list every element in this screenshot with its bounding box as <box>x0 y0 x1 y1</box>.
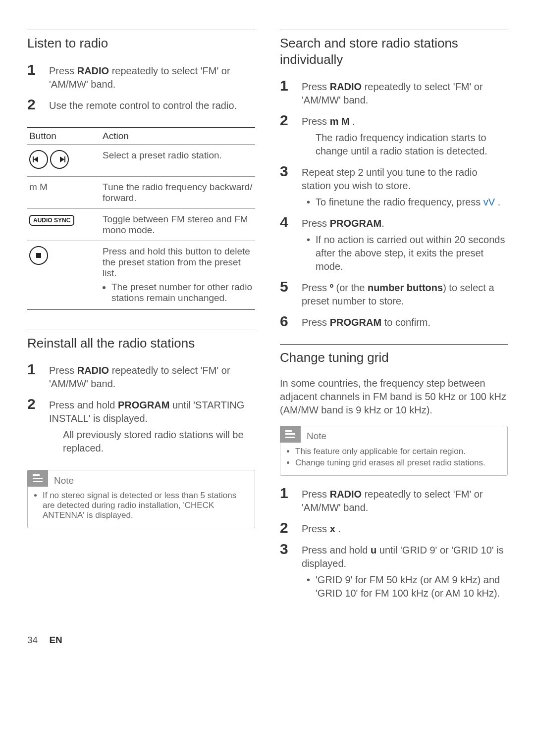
label-program: PROGRAM <box>330 317 381 328</box>
step-body: Press RADIO repeatedly to select 'FM' or… <box>49 362 255 391</box>
note-body: If no stereo signal is detected or less … <box>28 489 255 528</box>
note-header: Note <box>280 426 507 445</box>
section-rule <box>280 344 508 345</box>
steps-listen: 1 Press RADIO repeatedly to select 'FM' … <box>27 62 255 112</box>
step-number: 1 <box>27 362 49 391</box>
text: Press <box>302 317 330 328</box>
button-cell: m M <box>27 176 101 208</box>
stop-square-icon <box>36 253 41 258</box>
step: 2 Press m M . The radio frequency indica… <box>280 113 508 158</box>
page-footer: 34 EN <box>0 635 535 665</box>
label-x: x <box>330 523 335 534</box>
step-body: Press PROGRAM. • If no action is carried… <box>302 215 508 273</box>
note-icon <box>27 470 48 487</box>
bullet-text: If no action is carried out within 20 se… <box>316 233 508 273</box>
step-number: 6 <box>280 314 302 329</box>
text: . <box>495 197 500 207</box>
step-number: 1 <box>27 62 49 91</box>
bullet-text: To finetune the radio frequency, press v… <box>316 196 508 209</box>
text: Press <box>302 218 330 229</box>
step: 2 Use the remote control to control the … <box>27 97 255 112</box>
step-sub: The radio frequency indication starts to… <box>316 131 508 158</box>
right-column: Search and store radio stations individu… <box>280 30 508 615</box>
previous-track-icon <box>29 150 48 169</box>
section-rule <box>27 30 255 30</box>
table-row: m M Tune the radio frequency backward/ f… <box>27 176 255 208</box>
step-number: 5 <box>280 279 302 308</box>
note-title: Note <box>307 431 326 442</box>
text: Press and hold this button to delete the… <box>103 246 250 278</box>
prev-next-icons <box>29 150 69 169</box>
text: Press and hold <box>49 400 118 410</box>
text: To finetune the radio frequency, press <box>316 197 483 207</box>
label-number-buttons: number buttons <box>368 282 443 293</box>
action-cell: Toggle between FM stereo and FM mono mod… <box>101 208 255 241</box>
page-content: Listen to radio 1 Press RADIO repeatedly… <box>0 0 535 635</box>
table-row: AUDIO SYNC Toggle between FM stereo and … <box>27 208 255 241</box>
stop-button-icon <box>29 246 48 265</box>
button-cell: AUDIO SYNC <box>27 208 101 241</box>
label-radio: RADIO <box>77 65 109 76</box>
intro-text: In some countries, the frequency step be… <box>280 377 508 417</box>
bullet-dot: • <box>307 573 316 600</box>
steps-search: 1 Press RADIO repeatedly to select 'FM' … <box>280 78 508 329</box>
step-body: Press m M . The radio frequency indicati… <box>302 113 508 158</box>
step-body: Press RADIO repeatedly to select 'FM' or… <box>302 78 508 107</box>
label-program: PROGRAM <box>118 400 169 410</box>
step: 1 Press RADIO repeatedly to select 'FM' … <box>27 62 255 91</box>
button-cell <box>27 145 101 176</box>
note-box: Note This feature only applicable for ce… <box>280 426 508 476</box>
note-body: This feature only applicable for certain… <box>280 445 507 475</box>
step-body: Press RADIO repeatedly to select 'FM' or… <box>49 62 255 91</box>
list-item: The preset number for other radio statio… <box>111 282 253 303</box>
label-radio: RADIO <box>330 489 362 500</box>
step-body: Press º (or the number buttons) to selec… <box>302 279 508 308</box>
label-u: u <box>371 545 376 555</box>
action-cell: Press and hold this button to delete the… <box>101 241 255 309</box>
table-row: Select a preset radio station. <box>27 145 255 176</box>
step-number: 4 <box>280 215 302 273</box>
label-radio: RADIO <box>77 365 109 376</box>
step-body: Press and hold PROGRAM until 'STARTING I… <box>49 397 255 455</box>
note-icon <box>280 426 301 443</box>
step: 5 Press º (or the number buttons) to sel… <box>280 279 508 308</box>
language-code: EN <box>49 635 62 645</box>
inner-bullet-list: The preset number for other radio statio… <box>103 282 253 303</box>
step-body: Use the remote control to control the ra… <box>49 97 255 112</box>
note-item: Change tuning grid erases all preset rad… <box>295 458 500 468</box>
section-title-listen: Listen to radio <box>27 35 255 51</box>
button-action-table: Button Action Select a preset radio stat… <box>27 127 255 310</box>
button-cell <box>27 241 101 309</box>
section-title-reinstall: Reinstall all the radio stations <box>27 335 255 352</box>
link-vv: vV <box>483 197 495 207</box>
step-number: 1 <box>280 486 302 514</box>
step-number: 2 <box>27 97 49 112</box>
step-number: 2 <box>27 397 49 455</box>
step-body: Press x . <box>302 520 508 536</box>
note-header: Note <box>28 470 255 489</box>
section-rule <box>27 330 255 330</box>
step: 1 Press RADIO repeatedly to select 'FM' … <box>27 362 255 391</box>
text: Press <box>302 116 330 127</box>
label-program: PROGRAM <box>330 218 381 229</box>
bullet-dot: • <box>307 233 316 273</box>
page-number: 34 <box>27 635 38 646</box>
section-rule <box>280 30 508 30</box>
step: 1 Press RADIO repeatedly to select 'FM' … <box>280 78 508 107</box>
next-track-icon <box>50 150 69 169</box>
table-header-action: Action <box>101 127 255 145</box>
step-number: 2 <box>280 113 302 158</box>
step: 3 Press and hold u until 'GRID 9' or 'GR… <box>280 542 508 600</box>
label-radio: RADIO <box>330 81 362 92</box>
step-number: 2 <box>280 520 302 536</box>
text: Press <box>302 81 330 92</box>
left-column: Listen to radio 1 Press RADIO repeatedly… <box>27 30 255 615</box>
action-cell: Tune the radio frequency backward/ forwa… <box>101 176 255 208</box>
step-number: 3 <box>280 164 302 209</box>
steps-reinstall: 1 Press RADIO repeatedly to select 'FM' … <box>27 362 255 455</box>
table-row: Press and hold this button to delete the… <box>27 241 255 309</box>
step: 1 Press RADIO repeatedly to select 'FM' … <box>280 486 508 514</box>
text: to confirm. <box>381 317 430 328</box>
step: 6 Press PROGRAM to confirm. <box>280 314 508 329</box>
step: 2 Press x . <box>280 520 508 536</box>
